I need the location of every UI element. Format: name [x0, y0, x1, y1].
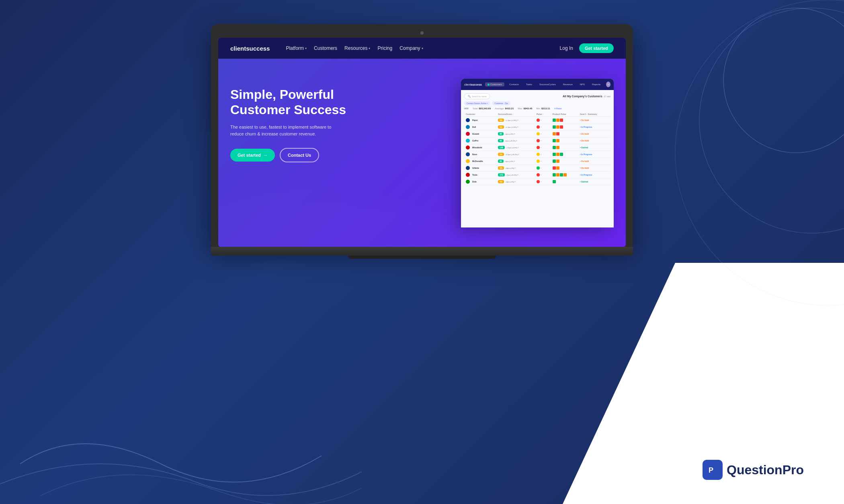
nav-login-button[interactable]: Log In — [560, 45, 573, 51]
customer-cell[interactable]: GoPro — [464, 137, 496, 144]
dash-nav-revenue[interactable]: Revenue — [561, 82, 575, 86]
goal-cell: • Started — [578, 178, 610, 185]
dash-nav-tasks[interactable]: Tasks — [524, 82, 535, 86]
hero-get-started-button[interactable]: Get started → — [230, 149, 275, 162]
table-row: DellNA+1.3pts (+6.8%) TT• In Progress — [464, 124, 610, 131]
arrow-right-icon: → — [263, 153, 268, 158]
search-icon: 🔍 — [468, 95, 471, 98]
product-pulse-cell — [551, 117, 578, 124]
dashboard-title-area: All My Company's Customers 37 total — [563, 95, 610, 98]
table-row: Mitsubishi138+1.3pts (+6.8%) TT• Started — [464, 144, 610, 151]
customer-cell[interactable]: Pepsi — [464, 117, 496, 124]
laptop: clientsuccess Platform ▾ Customers — [211, 24, 633, 259]
product-pulse-cell — [551, 178, 578, 185]
filter-customer-status[interactable]: Customer - Sta — [492, 101, 510, 105]
product-pulse-cell — [551, 165, 578, 172]
laptop-camera — [420, 31, 424, 35]
customer-cell[interactable]: Dell — [464, 124, 496, 131]
table-row: GilletteNA+0pts (+0%) TT• On hold — [464, 165, 610, 172]
score-cell: 82+0pts (+0%) T — [496, 158, 535, 165]
pulse-cell: T — [535, 117, 551, 124]
score-cell: NA+0pts (+0%) T — [496, 178, 535, 185]
hero-title: Simple, Powerful Customer Success — [230, 87, 449, 118]
pulse-cell: T — [535, 137, 551, 144]
table-row: Huawei90+0pts (+0%) TT• On hold — [464, 131, 610, 137]
filter-contact-status[interactable]: Contact Status: Active × — [464, 101, 490, 105]
dashboard-header: 🔍 Search by name All My Company's Custom… — [464, 93, 610, 99]
dashboard-preview: clientsuccess Customers Contacts — [461, 79, 614, 227]
customer-cell[interactable]: Tesla — [464, 172, 496, 178]
pulse-cell: T — [535, 124, 551, 131]
product-pulse-cell — [551, 158, 578, 165]
table-row: NasaNA+6.4pts (+85.3%) TT• In Progress — [464, 151, 610, 158]
dash-nav-customers[interactable]: Customers — [485, 82, 504, 86]
hero-buttons: Get started → Contact Us — [230, 148, 449, 162]
score-cell: 138+1.3pts (+6.8%) T — [496, 144, 535, 151]
table-row: McDonalds82+0pts (+0%) TT• On hold — [464, 158, 610, 165]
nav-item-platform[interactable]: Platform ▾ — [286, 45, 307, 51]
col-pulse[interactable]: Pulse ↕ — [535, 112, 551, 117]
nav-item-resources[interactable]: Resources ▾ — [344, 45, 370, 51]
nav-item-customers[interactable]: Customers — [314, 45, 337, 51]
customer-cell[interactable]: Nasa — [464, 151, 496, 158]
customer-cell[interactable]: McDonalds — [464, 158, 496, 165]
customers-table: Customer SuccessScore ↕ Pulse ↕ Product … — [464, 112, 610, 185]
goal-cell: • In Progress — [578, 124, 610, 131]
pulse-cell: T — [535, 151, 551, 158]
nav-cta-button[interactable]: Get started — [579, 43, 614, 53]
reset-button[interactable]: ⟳ Reset — [554, 107, 561, 110]
score-cell: 172+7pts (+26.3%) T — [496, 172, 535, 178]
pulse-cell: T — [535, 144, 551, 151]
user-avatar: U — [606, 82, 610, 87]
dash-nav-nps[interactable]: NPS — [578, 82, 587, 86]
goal-cell: • On hold — [578, 158, 610, 165]
chevron-down-icon: ▾ — [369, 47, 370, 50]
goal-cell: • On hold — [578, 131, 610, 137]
dash-nav-reports[interactable]: Reports — [590, 82, 603, 86]
website-nav: clientsuccess Platform ▾ Customers — [218, 38, 626, 59]
chevron-down-icon: ▾ — [422, 47, 423, 50]
goal-cell: • In Progress — [578, 151, 610, 158]
nav-item-pricing[interactable]: Pricing — [377, 45, 392, 51]
score-cell: NA+6.4pts (+85.3%) T — [496, 151, 535, 158]
laptop-screen: clientsuccess Platform ▾ Customers — [218, 38, 626, 247]
dashboard-filters: Contact Status: Active × Customer - Sta — [464, 101, 610, 105]
dashboard-topbar: clientsuccess Customers Contacts — [461, 79, 614, 90]
hero-contact-button[interactable]: Contact Us — [280, 148, 319, 162]
stat-arr-label: ARR — [464, 107, 469, 110]
customer-cell[interactable]: Huawei — [464, 131, 496, 137]
customer-cell[interactable]: Gillette — [464, 165, 496, 172]
customer-cell[interactable]: Dole — [464, 178, 496, 185]
nav-items: Platform ▾ Customers Resources ▾ — [286, 45, 551, 51]
dashboard-search[interactable]: 🔍 Search by name — [464, 93, 490, 99]
product-pulse-cell — [551, 144, 578, 151]
questionpro-logo: P QuestionPro — [703, 460, 804, 480]
product-pulse-cell — [551, 151, 578, 158]
website-mockup: clientsuccess Platform ▾ Customers — [218, 38, 626, 247]
score-cell: NA+1.3pts (+6.8%) T — [496, 124, 535, 131]
col-product-pulse: Product Pulse — [551, 112, 578, 117]
laptop-base — [211, 247, 633, 256]
score-cell: 82+6pts (+26.3%) T — [496, 137, 535, 144]
pulse-cell: T — [535, 165, 551, 172]
qp-icon: P — [703, 460, 723, 480]
goal-cell: • On hold — [578, 117, 610, 124]
nav-item-company[interactable]: Company ▾ — [399, 45, 423, 51]
product-pulse-cell — [551, 172, 578, 178]
col-success-score[interactable]: SuccessScore ↕ — [496, 112, 535, 117]
goal-cell: • In Progress — [578, 172, 610, 178]
dashboard-nav-items: Customers Contacts Tasks S — [485, 82, 603, 86]
goal-cell: • On hold — [578, 165, 610, 172]
stat-min: Min $213.11 — [536, 107, 550, 110]
score-cell: NA+0pts (+0%) T — [496, 165, 535, 172]
chevron-down-icon: ▾ — [305, 47, 307, 50]
nav-logo: clientsuccess — [230, 45, 270, 52]
goal-cell: • Started — [578, 144, 610, 151]
dash-nav-contacts[interactable]: Contacts — [507, 82, 521, 86]
score-cell: 90+0pts (+0%) T — [496, 131, 535, 137]
qp-brand-name: QuestionPro — [727, 463, 804, 477]
customer-cell[interactable]: Mitsubishi — [464, 144, 496, 151]
goal-cell: • On hold — [578, 137, 610, 144]
dash-nav-success-cycles[interactable]: SuccessCycles — [537, 82, 558, 86]
stat-max: Max $943.45 — [518, 107, 532, 110]
